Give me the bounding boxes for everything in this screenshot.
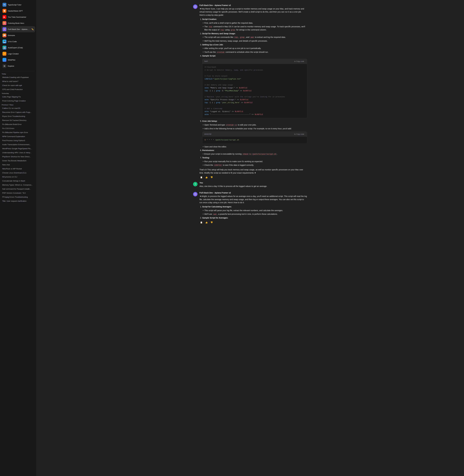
- explore-button[interactable]: ⊞ Explore: [1, 63, 35, 69]
- chat-item[interactable]: WordPress Google PageSpeed Plu...: [0, 147, 36, 150]
- chat-item[interactable]: CPS and Child Protection: [0, 88, 36, 91]
- sidebar-item-grimoire[interactable]: 📖Grimoire: [1, 32, 35, 39]
- sidebar-item-coloring-book[interactable]: 🎨Coloring Book Hero: [1, 20, 35, 26]
- chat-item[interactable]: Check for nasm with apk: [0, 83, 36, 87]
- sidebar-item-ts-tutor[interactable]: TSTypeScript Tutor: [1, 2, 35, 8]
- avatar: [193, 4, 197, 9]
- chat-item-text: CPS and Child Protection: [2, 88, 23, 90]
- bullet-dot: •: [203, 21, 203, 24]
- chat-item[interactable]: Title: User request clarification: [0, 199, 36, 203]
- plugin-icon-logo-creator: ✨: [2, 52, 6, 56]
- bot-intro: ▼Alright, to process the logged values f…: [199, 195, 307, 204]
- copy-code-button[interactable]: ⧉ Copy code: [293, 133, 305, 135]
- chat-item[interactable]: Fix Bitbucket Build Error: [0, 122, 36, 126]
- sidebar-item-hackernews[interactable]: 🅗HackerNews GPT: [1, 8, 35, 14]
- avatar: [193, 192, 197, 196]
- chat-item[interactable]: What is cold fusion?: [0, 79, 36, 83]
- copy-label: Copy code: [296, 133, 304, 135]
- bullet-text: We'll log the total memory, swap usage, …: [204, 40, 268, 42]
- chat-item[interactable]: Remove Git Tracked Directory: [0, 119, 36, 122]
- thumbup-button[interactable]: 👍: [205, 221, 208, 224]
- thumbdown-button[interactable]: 👎: [210, 221, 213, 224]
- numbered-item: Sample Script:bash⧉ Copy code#!/bin/bash…: [202, 54, 307, 118]
- chat-item[interactable]: FFmpeg Errors Troubleshooting: [0, 195, 36, 199]
- message-author: Full-Stack Dev - Apiana Framer v2: [199, 4, 307, 6]
- thumbup-button[interactable]: 👍: [205, 176, 208, 179]
- code-body: #!/bin/bash # Script to monitor memory, …: [202, 64, 307, 118]
- message-author: Full-Stack Dev - Apiana Framer v2: [199, 192, 307, 194]
- bullet-item: •We'll log the total memory, swap usage,…: [202, 40, 307, 42]
- numbered-item: Cron Job Setup:•Open Terminal and type c…: [202, 119, 307, 148]
- bullet-text: Save and close the editor.: [204, 145, 227, 148]
- chat-item[interactable]: Sail command for Passport installi...: [0, 187, 36, 191]
- message-content: YouAlso, one time a day I'd like to proc…: [199, 182, 307, 189]
- chat-item[interactable]: Green Tea Boosts Metabolism: [0, 159, 36, 163]
- chat-item[interactable]: NPM Command Explanation: [0, 135, 36, 138]
- bullet-dot: •: [203, 209, 203, 212]
- chat-item[interactable]: Recursive Error Capture with Pupp...: [0, 110, 36, 114]
- sidebar-item-fullstack-dev[interactable]: ⚡Full-Stack Dev - Apiana ...✏️: [1, 26, 35, 32]
- bullet-text: Check the LOGFILE to see if the data is …: [204, 164, 254, 167]
- chat-item[interactable]: Concatenate Strings in Bash: [0, 179, 36, 183]
- clipboard-button[interactable]: 📋: [199, 221, 203, 224]
- bullet-text: You'll use the crontab command to schedu…: [204, 50, 269, 54]
- chat-item[interactable]: PHP Version Constraint: ^8.0: [0, 191, 36, 195]
- sidebar-item-webpilot[interactable]: 🌐WebPilot: [1, 57, 35, 63]
- clipboard-button[interactable]: 📋: [199, 176, 203, 179]
- chat-item[interactable]: Memory Types: Wired vs. Compress...: [0, 183, 36, 187]
- section-label-today: Today: [0, 72, 36, 75]
- chat-item[interactable]: Calibre CLI on macOS: [0, 106, 36, 110]
- copy-icon: ⧉: [294, 60, 296, 62]
- numbered-item: Permissions:•Ensure your script is execu…: [202, 149, 307, 156]
- chat-item[interactable]: Choose Linux Download (CLI): [0, 171, 36, 175]
- plugin-icon-hackernews: 🅗: [2, 9, 6, 13]
- code-header: javascript⧉ Copy code: [202, 132, 307, 137]
- chat-item-text: FFmpeg Errors Troubleshooting: [2, 196, 28, 198]
- sidebar-item-autoexpert[interactable]: 🤖AutoExpert (Chat): [1, 45, 35, 51]
- chat-item[interactable]: Audio Transcription Enhancement...: [0, 143, 36, 146]
- chat-item[interactable]: Fix CSS Errors: [0, 127, 36, 130]
- chat-item[interactable]: Fix Bitbucket Pipeline npm Error: [0, 130, 36, 134]
- chat-item[interactable]: PhpStorm Shortcut for New Direct...: [0, 155, 36, 159]
- bullet-dot: •: [203, 164, 203, 167]
- bullet-dot: •: [203, 40, 203, 42]
- copy-code-button[interactable]: ⧉ Copy code: [293, 60, 305, 63]
- avatar: Y: [193, 182, 197, 186]
- bullet-text: Open Terminal and type crontab -e to edi…: [204, 123, 256, 127]
- sidebar-item-ui-to-code[interactable]: 💻UI to Code: [1, 39, 35, 45]
- numbered-item-header: Permissions:: [202, 149, 307, 152]
- numbered-item-header: Script Creation:: [202, 18, 307, 21]
- chat-item[interactable]: Kill process on CLI: [0, 175, 36, 179]
- inline-code: chmod +x /path/to/your/script.sh: [242, 153, 277, 155]
- chat-item[interactable]: Rsync Error Troubleshooting: [0, 114, 36, 118]
- message-row: Full-Stack Dev - Apiana Framer v2▼Alrigh…: [187, 190, 313, 225]
- sidebar-item-yt-summarizer[interactable]: ▶You Tube Summarizer: [1, 14, 35, 20]
- thumbdown-button[interactable]: 👎: [210, 176, 213, 179]
- plugin-icon-ts-tutor: TS: [2, 3, 6, 7]
- chat-item[interactable]: Pond Coloring Page Creation: [0, 99, 36, 103]
- chat-item-text: Check for nasm with apk: [2, 84, 22, 86]
- edit-icon[interactable]: ✏️: [31, 28, 34, 30]
- bot-outro: That's it! This setup will help you trac…: [199, 168, 307, 174]
- sidebar-item-logo-creator[interactable]: ✨Logo Creator: [1, 51, 35, 57]
- message-text: ▼Alright, to process the logged values f…: [199, 195, 307, 224]
- chat-item-text: Concatenate Strings in Bash: [2, 180, 25, 182]
- code-lang: bash: [204, 60, 208, 63]
- chat-item[interactable]: Understanding HRV: Uses & Interp...: [0, 151, 36, 155]
- numbered-item-header: Setting Up a Cron Job:: [202, 43, 307, 46]
- bullet-dot: •: [203, 36, 203, 39]
- bullet-item: •The script will use commands like top, …: [202, 36, 307, 39]
- message-content: Full-Stack Dev - Apiana Framer v2▼Hey th…: [199, 4, 307, 179]
- chat-item[interactable]: Cello Pegs Slipping Fix: [0, 95, 36, 99]
- chat-item[interactable]: New chat: [0, 163, 36, 167]
- plugin-label-logo-creator: Logo Creator: [8, 53, 34, 55]
- chat-area[interactable]: Full-Stack Dev - Apiana Framer v2▼Hey th…: [36, 0, 464, 476]
- chat-item[interactable]: Website Crawling with Puppeteer: [0, 75, 36, 79]
- bullet-item: •This script will parse your log file, e…: [202, 209, 307, 212]
- copy-label: Copy code: [296, 60, 304, 62]
- message-text: ▼Hey there! Sure, I can help you set up …: [199, 7, 307, 179]
- plugin-icon-yt-summarizer: ▶: [2, 15, 6, 19]
- chat-item[interactable]: Find Process Using Python3: [0, 139, 36, 142]
- bullet-text: The top command in Mac OS X can be used …: [204, 25, 307, 31]
- chat-item[interactable]: NitroPack vs WP Rocket: [0, 167, 36, 171]
